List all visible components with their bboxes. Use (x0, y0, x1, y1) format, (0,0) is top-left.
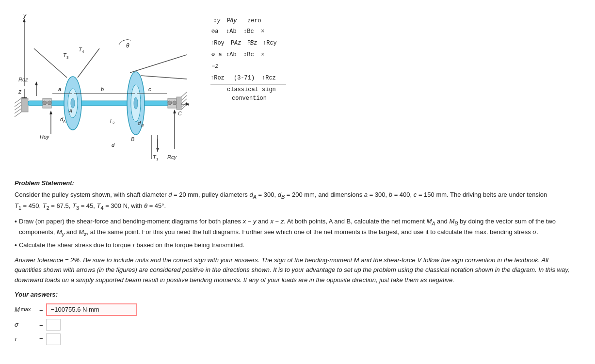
bullet-dot-1: • (15, 217, 17, 238)
tolerance-text: Answer tolerance = 2%. Be sure to includ… (15, 256, 569, 283)
svg-text:d: d (138, 120, 141, 126)
svg-text:↑Roz: ↑Roz (210, 75, 225, 81)
your-answers-label: Your answers: (15, 290, 577, 300)
svg-text:Ay: Ay (229, 17, 237, 24)
svg-text:↕Ab: ↕Ab (226, 28, 237, 35)
svg-point-21 (173, 101, 177, 105)
sigma-label: σ (15, 320, 36, 330)
problem-body: Consider the pulley system shown, with s… (15, 190, 577, 212)
svg-text:3: 3 (66, 55, 69, 60)
svg-text:↑Roy: ↑Roy (210, 40, 225, 47)
notes-area: ↕y P Ay zero ⊘a ↕Ab ↕Bc × ↑Roy P Az P Bz… (204, 9, 580, 169)
mmax-label: Mmax (15, 305, 36, 315)
svg-text:zero: zero (247, 17, 261, 24)
svg-text:d: d (112, 142, 115, 148)
svg-text:B: B (131, 136, 134, 142)
svg-text:×: × (261, 28, 264, 35)
svg-text:↕Ab: ↕Ab (226, 51, 237, 58)
sigma-equals: = (39, 320, 43, 330)
top-section: y z (15, 9, 580, 169)
tau-row: τ = (15, 333, 577, 345)
sigma-row: σ = (15, 319, 577, 331)
mmax-input[interactable] (46, 303, 137, 316)
svg-text:↕Bc: ↕Bc (243, 51, 254, 58)
svg-text:y: y (23, 12, 27, 19)
bullet-text-1: Draw (on paper) the shear-force and bend… (19, 217, 577, 238)
svg-text:C: C (178, 111, 182, 116)
svg-text:Az: Az (234, 40, 241, 47)
tau-input[interactable] (46, 333, 61, 345)
svg-text:⊘a: ⊘a (211, 28, 218, 35)
diagram-area: y z (15, 9, 194, 169)
problem-title-text: Problem Statement: (15, 179, 74, 187)
diagram-svg: y z (15, 9, 194, 169)
svg-point-29 (43, 101, 47, 105)
bullet-item-1: • Draw (on paper) the shear-force and be… (15, 217, 577, 238)
svg-text:2: 2 (113, 121, 115, 125)
svg-line-65 (141, 76, 187, 79)
svg-text:×: × (261, 51, 264, 58)
svg-text:Roz: Roz (18, 77, 28, 82)
svg-text:Rcy: Rcy (167, 154, 177, 160)
svg-text:θ: θ (126, 42, 129, 49)
svg-point-15 (71, 98, 75, 108)
svg-line-62 (34, 48, 67, 78)
svg-line-64 (130, 55, 187, 73)
svg-text:Roy: Roy (40, 134, 50, 140)
svg-text:⊘ a: ⊘ a (211, 51, 222, 58)
bullet-dot-2: • (15, 240, 17, 251)
svg-marker-45 (49, 111, 52, 114)
svg-text:A: A (68, 108, 72, 114)
mmax-equals: = (39, 305, 43, 315)
svg-point-18 (134, 97, 138, 109)
svg-text:Bz: Bz (250, 40, 257, 47)
svg-marker-2 (23, 18, 26, 22)
svg-marker-32 (35, 81, 38, 85)
svg-text:z: z (18, 88, 22, 95)
svg-text:1: 1 (156, 157, 159, 161)
problem-title: Problem Statement: (15, 178, 577, 188)
svg-point-20 (168, 101, 172, 105)
svg-text:A: A (63, 119, 65, 124)
svg-text:−z: −z (211, 63, 218, 70)
svg-marker-59 (173, 110, 176, 113)
tau-label: τ (15, 334, 36, 344)
tau-equals: = (39, 334, 43, 344)
svg-text:B: B (141, 123, 144, 127)
bullet-text-2: Calculate the shear stress due to torque… (19, 240, 244, 251)
svg-text:↑Rcz: ↑Rcz (262, 75, 276, 81)
svg-rect-6 (21, 98, 28, 112)
svg-line-63 (78, 48, 99, 78)
problem-section: Problem Statement: Consider the pulley s… (15, 175, 577, 345)
svg-text:↕y: ↕y (213, 17, 221, 24)
bullet-list: • Draw (on paper) the shear-force and be… (15, 217, 577, 251)
svg-text:4: 4 (82, 49, 84, 54)
mmax-row: Mmax = (15, 303, 577, 316)
svg-text:a: a (58, 86, 61, 92)
svg-point-30 (48, 101, 51, 105)
bullet-item-2: • Calculate the shear stress due to torq… (15, 240, 577, 251)
svg-text:b: b (101, 86, 104, 92)
page-container: y z (0, 0, 595, 364)
your-answers-text: Your answers: (15, 291, 58, 298)
svg-text:c: c (148, 86, 151, 92)
svg-text:↕Bc: ↕Bc (243, 28, 254, 35)
svg-text:classical sign: classical sign (227, 86, 276, 93)
svg-text:↑Rcy: ↑Rcy (263, 40, 277, 47)
svg-text:(3-71): (3-71) (234, 75, 255, 81)
notes-svg: ↕y P Ay zero ⊘a ↕Ab ↕Bc × ↑Roy P Az P Bz… (209, 13, 364, 158)
answer-tolerance: Answer tolerance = 2%. Be sure to includ… (15, 255, 577, 285)
sigma-input[interactable] (46, 319, 61, 331)
svg-rect-22 (177, 97, 181, 110)
svg-text:convention: convention (232, 95, 267, 102)
